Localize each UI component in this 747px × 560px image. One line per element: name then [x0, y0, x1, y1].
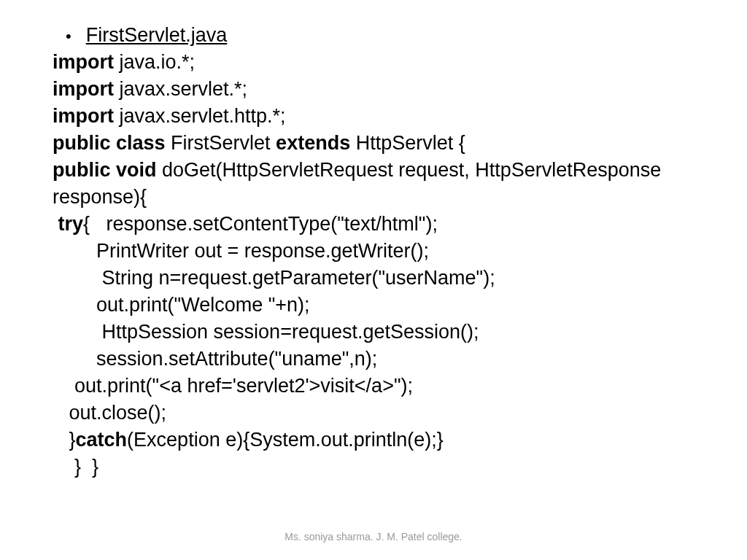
kw-try: try [58, 213, 84, 235]
code-text: } [53, 429, 76, 451]
kw-public-void: public void [53, 159, 157, 181]
code-text: java.io.*; [114, 51, 195, 73]
kw-import: import [53, 105, 114, 127]
kw-import: import [53, 51, 114, 73]
kw-catch: catch [76, 429, 128, 451]
code-line: import javax.servlet.*; [53, 76, 694, 103]
slide-footer: Ms. soniya sharma. J. M. Patel college. [0, 530, 747, 544]
title-row: • FirstServlet.java [66, 22, 694, 49]
code-line: public void doGet(HttpServletRequest req… [53, 157, 694, 211]
code-line: try{ response.setContentType("text/html"… [53, 211, 694, 238]
kw-extends: extends [276, 132, 350, 154]
code-line: import javax.servlet.http.*; [53, 103, 694, 130]
kw-public-class: public class [53, 132, 166, 154]
code-line: out.print("<a href='servlet2'>visit</a>"… [53, 373, 694, 400]
code-line: out.close(); [53, 400, 694, 427]
code-line: out.print("Welcome "+n); [53, 292, 694, 319]
code-line: session.setAttribute("uname",n); [53, 346, 694, 373]
code-line: public class FirstServlet extends HttpSe… [53, 130, 694, 157]
code-text: FirstServlet [166, 132, 276, 154]
code-line: }catch(Exception e){System.out.println(e… [53, 427, 694, 454]
code-line: } } [53, 454, 694, 481]
bullet-icon: • [66, 24, 71, 48]
code-text: javax.servlet.*; [114, 78, 247, 100]
code-text: javax.servlet.http.*; [114, 105, 286, 127]
code-text: { response.setContentType("text/html"); [83, 213, 438, 235]
slide-title: FirstServlet.java [86, 22, 228, 49]
code-text: (Exception e){System.out.println(e);} [127, 429, 444, 451]
kw-import: import [53, 78, 114, 100]
code-text: HttpServlet { [350, 132, 465, 154]
code-line: HttpSession session=request.getSession()… [53, 319, 694, 346]
code-line: PrintWriter out = response.getWriter(); [53, 238, 694, 265]
code-text [53, 213, 58, 235]
code-line: import java.io.*; [53, 49, 694, 76]
slide-content: • FirstServlet.java import java.io.*; im… [0, 0, 747, 560]
code-line: String n=request.getParameter("userName"… [53, 265, 694, 292]
